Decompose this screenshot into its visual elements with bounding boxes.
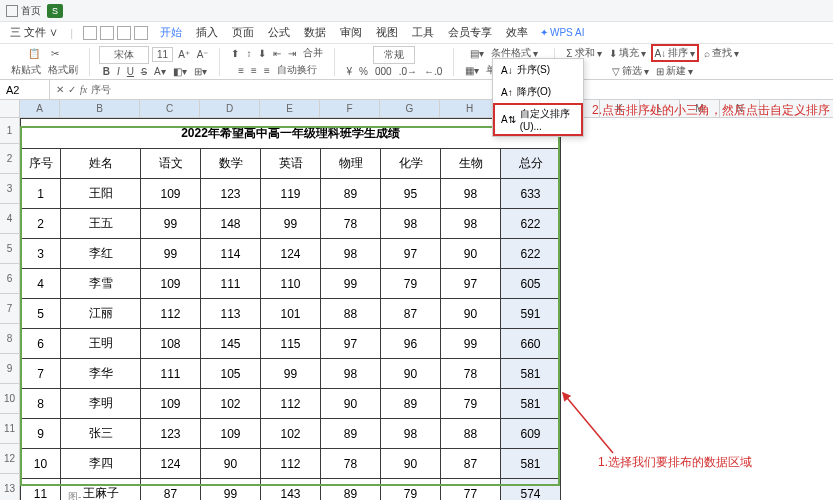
paste-label[interactable]: 粘贴式 xyxy=(9,62,43,78)
wrap-button[interactable]: 自动换行 xyxy=(275,62,319,78)
row-header[interactable]: 6 xyxy=(0,264,19,294)
row-header[interactable]: 3 xyxy=(0,174,19,204)
formula-input[interactable]: 序号 xyxy=(91,83,111,97)
bold-button[interactable]: B xyxy=(101,65,112,78)
sort-button[interactable]: A↓ 排序▾ xyxy=(651,44,700,62)
indent-dec[interactable]: ⇤ xyxy=(271,47,283,60)
style1[interactable]: ▤▾ xyxy=(468,47,486,60)
menu-formula[interactable]: 公式 xyxy=(266,23,292,42)
table-row[interactable]: 9张三123109102899888609 xyxy=(21,419,561,449)
row-header[interactable]: 10 xyxy=(0,384,19,414)
fill-button[interactable]: ⬇ 填充▾ xyxy=(607,45,648,61)
style2[interactable]: ▦▾ xyxy=(463,64,481,77)
confirm-icon[interactable]: ✓ xyxy=(68,84,76,95)
table-row[interactable]: 2王五9914899789898622 xyxy=(21,209,561,239)
font-grow[interactable]: A⁺ xyxy=(176,48,192,61)
select-all-corner[interactable] xyxy=(0,100,19,118)
col-header[interactable]: C xyxy=(140,100,200,117)
col-header[interactable]: G xyxy=(380,100,440,117)
menu-efficiency[interactable]: 效率 xyxy=(504,23,530,42)
cancel-icon[interactable]: ✕ xyxy=(56,84,64,95)
sort-asc[interactable]: A↓升序(S) xyxy=(493,59,583,81)
col-header[interactable]: D xyxy=(200,100,260,117)
row-header[interactable]: 9 xyxy=(0,354,19,384)
row-header[interactable]: 5 xyxy=(0,234,19,264)
col-header[interactable]: E xyxy=(260,100,320,117)
wps-ai-button[interactable]: ✦ WPS AI xyxy=(540,27,584,38)
table-row[interactable]: 3李红99114124989790622 xyxy=(21,239,561,269)
row-header[interactable]: 1 xyxy=(0,118,19,144)
font-name-select[interactable]: 宋体 xyxy=(99,46,149,64)
font-shrink[interactable]: A⁻ xyxy=(195,48,211,61)
merge-button[interactable]: 合并 xyxy=(301,45,325,61)
toolbar-icon[interactable] xyxy=(83,26,97,40)
cut-button[interactable]: ✂ xyxy=(46,45,64,61)
doc-tab-icon[interactable]: S xyxy=(47,4,63,18)
new-button[interactable]: ⊞ 新建▾ xyxy=(654,63,695,79)
menu-insert[interactable]: 插入 xyxy=(194,23,220,42)
row-header[interactable]: 12 xyxy=(0,444,19,474)
percent-button[interactable]: % xyxy=(357,65,370,78)
format-painter[interactable]: 格式刷 xyxy=(46,62,80,78)
dec-dec[interactable]: ←.0 xyxy=(422,65,444,78)
table-row[interactable]: 11王麻子8799143897977574 xyxy=(21,479,561,501)
number-format[interactable]: 常规 xyxy=(373,46,415,64)
row-header[interactable]: 8 xyxy=(0,324,19,354)
col-header[interactable]: F xyxy=(320,100,380,117)
menu-data[interactable]: 数据 xyxy=(302,23,328,42)
table-row[interactable]: 8李明109102112908979581 xyxy=(21,389,561,419)
grid-area[interactable]: ABCDEFGHIJKLMN 2022年希望高中高一年级理科班学生成绩序号姓名语… xyxy=(20,100,833,500)
comma-button[interactable]: 000 xyxy=(373,65,394,78)
row-header[interactable]: 7 xyxy=(0,294,19,324)
toolbar-icon[interactable] xyxy=(117,26,131,40)
align-bot[interactable]: ⬇ xyxy=(256,47,268,60)
table-row[interactable]: 6王明108145115979699660 xyxy=(21,329,561,359)
align-center[interactable]: ≡ xyxy=(249,64,259,77)
sort-dropdown: A↓升序(S) A↑降序(O) A⇅自定义排序(U)... xyxy=(492,58,584,137)
menu-member[interactable]: 会员专享 xyxy=(446,23,494,42)
table-row[interactable]: 5江丽112113101888790591 xyxy=(21,299,561,329)
col-header[interactable]: B xyxy=(60,100,140,117)
currency-button[interactable]: ¥ xyxy=(344,65,354,78)
table-row[interactable]: 1王阳109123119899598633 xyxy=(21,179,561,209)
border-button[interactable]: ⊞▾ xyxy=(192,65,209,78)
strike-button[interactable]: S̶ xyxy=(139,65,149,78)
font-size-select[interactable]: 11 xyxy=(152,47,173,62)
fx-icon[interactable]: fx xyxy=(80,84,87,95)
edit-group: Σ 求和▾ ⬇ 填充▾ A↓ 排序▾ ⌕ 查找▾ ▽ 筛选▾ ⊞ 新建▾ xyxy=(561,44,744,79)
sort-desc[interactable]: A↑降序(O) xyxy=(493,81,583,103)
row-header[interactable]: 2 xyxy=(0,144,19,174)
paste-button[interactable]: 📋 xyxy=(25,45,43,61)
menu-page[interactable]: 页面 xyxy=(230,23,256,42)
font-color[interactable]: A▾ xyxy=(152,65,168,78)
toolbar-icon[interactable] xyxy=(100,26,114,40)
table-row[interactable]: 7李华11110599989078581 xyxy=(21,359,561,389)
align-mid[interactable]: ↕ xyxy=(244,47,253,60)
col-header[interactable]: A xyxy=(20,100,60,117)
col-header[interactable]: H xyxy=(440,100,500,117)
table-row[interactable]: 10李四12490112789087581 xyxy=(21,449,561,479)
name-box[interactable]: A2 xyxy=(0,80,50,99)
menu-start[interactable]: 开始 xyxy=(158,23,184,42)
fill-color[interactable]: ◧▾ xyxy=(171,65,189,78)
row-header[interactable]: 11 xyxy=(0,414,19,444)
align-right[interactable]: ≡ xyxy=(262,64,272,77)
row-header[interactable]: 13 xyxy=(0,474,19,500)
filter-button[interactable]: ▽ 筛选▾ xyxy=(610,63,651,79)
row-header[interactable]: 4 xyxy=(0,204,19,234)
menu-tools[interactable]: 工具 xyxy=(410,23,436,42)
indent-inc[interactable]: ⇥ xyxy=(286,47,298,60)
align-top[interactable]: ⬆ xyxy=(229,47,241,60)
home-tab[interactable]: 首页 xyxy=(6,4,41,18)
toolbar-icon[interactable] xyxy=(134,26,148,40)
sort-custom[interactable]: A⇅自定义排序(U)... xyxy=(493,103,583,136)
italic-button[interactable]: I xyxy=(115,65,122,78)
menu-review[interactable]: 审阅 xyxy=(338,23,364,42)
find-button[interactable]: ⌕ 查找▾ xyxy=(702,45,741,61)
underline-button[interactable]: U xyxy=(125,65,136,78)
align-left[interactable]: ≡ xyxy=(236,64,246,77)
file-menu[interactable]: 三 文件 ∨ xyxy=(8,23,60,42)
menu-view[interactable]: 视图 xyxy=(374,23,400,42)
dec-inc[interactable]: .0→ xyxy=(397,65,419,78)
table-row[interactable]: 4李雪109111110997997605 xyxy=(21,269,561,299)
